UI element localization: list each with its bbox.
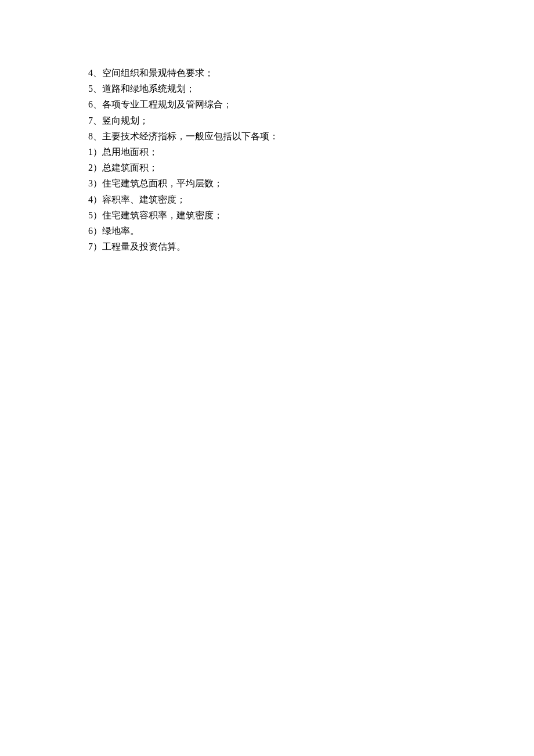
list-item: 4）容积率、建筑密度； [88,192,534,207]
list-item: 5）住宅建筑容积率，建筑密度； [88,207,534,223]
list-item: 2）总建筑面积； [88,160,534,175]
list-item: 6、各项专业工程规划及管网综合； [88,96,534,112]
document-body: 4、空间组织和景观特色要求； 5、道路和绿地系统规划； 6、各项专业工程规划及管… [0,0,534,254]
list-item: 7）工程量及投资估算。 [88,239,534,254]
list-item: 4、空间组织和景观特色要求； [88,65,534,81]
list-item: 7、竖向规划； [88,113,534,128]
list-item: 8、主要技术经济指标，一般应包括以下各项： [88,128,534,144]
list-item: 6）绿地率。 [88,223,534,239]
list-item: 5、道路和绿地系统规划； [88,81,534,96]
list-item: 1）总用地面积； [88,144,534,160]
list-item: 3）住宅建筑总面积，平均层数； [88,175,534,191]
